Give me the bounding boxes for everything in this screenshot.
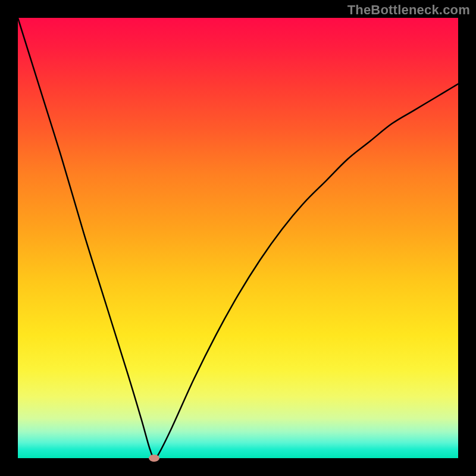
optimum-marker [149, 455, 159, 462]
plot-area [18, 18, 458, 458]
bottleneck-curve [18, 18, 458, 458]
watermark-text: TheBottleneck.com [347, 2, 470, 18]
chart-frame: TheBottleneck.com [0, 0, 476, 476]
